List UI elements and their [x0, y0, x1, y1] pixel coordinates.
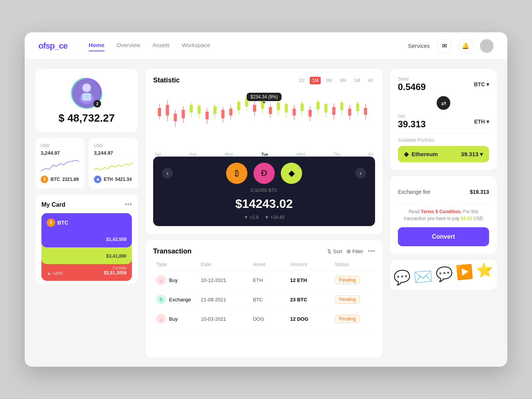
- stat-title: Statistic: [153, 76, 180, 84]
- svg-rect-58: [364, 108, 367, 115]
- filter-1d[interactable]: 1D: [296, 77, 307, 84]
- chart-area: $234.34 (8%): [153, 89, 375, 150]
- svg-rect-36: [277, 103, 280, 110]
- chart-tooltip: $234.34 (8%): [247, 93, 282, 101]
- fee-row: Exchange fee $19.313: [398, 184, 489, 200]
- sort-button[interactable]: ⇅ Sort: [327, 249, 342, 254]
- my-card-header: My Card •••: [41, 201, 132, 209]
- ticker-amount-label: 0.32455 BTC: [251, 188, 278, 193]
- convert-button[interactable]: Convert: [398, 227, 489, 246]
- filter-all[interactable]: All: [366, 77, 375, 84]
- pay-suffix: USD: [473, 216, 483, 221]
- row2-type: ↻ Exchange: [156, 294, 201, 304]
- eth-coin-dot: ◆: [94, 176, 101, 183]
- ticker-prev[interactable]: ‹: [162, 168, 173, 179]
- svg-rect-8: [166, 105, 169, 116]
- svg-rect-18: [206, 112, 209, 119]
- svg-rect-16: [198, 106, 201, 114]
- mini-card-label-eth: USD: [94, 143, 133, 148]
- portfolio-name: ◆ Ethereum: [404, 150, 438, 158]
- get-currency-label: ETH: [474, 119, 485, 125]
- portfolio-button[interactable]: ◆ Ethereum 39.313 ▾: [398, 146, 489, 162]
- card-name-btc: ₿ BTC: [47, 218, 127, 227]
- terms-link[interactable]: Terms $ Condition.: [421, 209, 462, 214]
- my-card-title: My Card: [41, 201, 65, 208]
- svg-rect-12: [182, 110, 185, 118]
- message-icon[interactable]: ✉: [437, 39, 451, 53]
- middle-panel: Statistic 1D 1M 3M 6M 1M All $234.34 (8%…: [146, 69, 383, 358]
- ticker-nav: ‹ ₿ Ð ◆ ›: [161, 163, 367, 184]
- send-label: Send: [398, 76, 426, 82]
- svg-rect-56: [356, 103, 359, 111]
- zcash-amount: $3,51,3059: [104, 270, 127, 276]
- svg-rect-6: [158, 108, 161, 116]
- statistic-card: Statistic 1D 1M 3M 6M 1M All $234.34 (8%…: [146, 69, 383, 234]
- mini-card-value-eth: 3,244.97: [94, 150, 133, 156]
- svg-rect-40: [293, 109, 296, 116]
- swap-button[interactable]: ⇄: [437, 96, 450, 110]
- bell-icon[interactable]: 🔔: [459, 39, 472, 53]
- nav-workspace[interactable]: Workspace: [182, 42, 210, 50]
- btc-value: 2321.89: [62, 177, 79, 182]
- mini-cards: USD 3,244.97 ₿ BTC 2321.89 USD: [35, 138, 138, 188]
- mini-chart-btc: [41, 158, 79, 173]
- label-mon: Mon: [225, 152, 233, 157]
- svg-rect-54: [348, 109, 351, 116]
- table-row[interactable]: ↓ Buy 10-03-2021 DOG 12 DOG Pending: [153, 309, 375, 329]
- fee-card: Exchange fee $19.313 Read Terms $ Condit…: [390, 176, 497, 254]
- coin-btn-eth[interactable]: ◆: [281, 163, 302, 184]
- label-tue: Tue: [261, 152, 268, 157]
- svg-rect-44: [309, 110, 312, 117]
- get-section: Get 39.313: [398, 114, 426, 130]
- filter-button[interactable]: ⊞ Filter: [347, 249, 363, 254]
- row1-status: Pending: [335, 276, 372, 284]
- table-row[interactable]: ↓ Buy 10-12-2021 ETH 12 ETH Pending: [153, 271, 375, 290]
- btc-card-icon: ₿: [47, 218, 55, 227]
- svg-rect-42: [301, 103, 304, 111]
- fee-label: Exchange fee: [398, 189, 431, 195]
- user-avatar[interactable]: [480, 39, 494, 53]
- nav-home[interactable]: Home: [89, 42, 104, 50]
- stack-card-btc[interactable]: ₿ BTC $1,43,509: [41, 213, 132, 247]
- coin-btn-btc[interactable]: ₿: [226, 163, 247, 184]
- filter-1m[interactable]: 1M: [310, 77, 321, 84]
- nav-services[interactable]: Services: [408, 43, 430, 49]
- nav-assets[interactable]: Assets: [152, 42, 169, 50]
- transaction-menu-icon[interactable]: •••: [368, 247, 375, 255]
- svg-rect-26: [237, 102, 240, 110]
- mini-chart-eth: [94, 158, 133, 173]
- navbar: ofsp_ce Home Overview Assets Workspace S…: [25, 32, 507, 60]
- filter-3m[interactable]: 3M: [324, 77, 335, 84]
- table-row[interactable]: ↻ Exchange 21-08-2021 BTC 23 BTC Pending: [153, 290, 375, 309]
- fee-value: $19.313: [470, 189, 489, 195]
- row2-amount: 23 BTC: [290, 297, 335, 302]
- emoji-icons: 💬 ✉️ 💬 ▶️ ⭐: [393, 262, 494, 288]
- send-currency-label: BTC: [474, 81, 485, 87]
- ticker-stat1: ▼ +2.8: [244, 215, 258, 220]
- card-menu-icon[interactable]: •••: [125, 201, 132, 209]
- filter-6m[interactable]: 6M: [337, 77, 348, 84]
- row2-date: 21-08-2021: [201, 297, 253, 302]
- ticker-next[interactable]: ›: [355, 168, 366, 179]
- row2-status-badge: Pending: [335, 295, 360, 304]
- emoji-decoration: 💬 ✉️ 💬 ▶️ ⭐: [390, 260, 497, 290]
- get-currency[interactable]: ETH ▾: [474, 119, 489, 125]
- whatsapp-icon: 💬: [393, 269, 412, 288]
- get-label: Get: [398, 114, 426, 119]
- dark-ticker: ‹ ₿ Ð ◆ › 0.32455 BTC $14243.02 ▼ +2.8 ▼…: [153, 157, 375, 226]
- svg-rect-30: [253, 105, 256, 112]
- get-currency-chevron: ▾: [486, 119, 489, 125]
- email-icon: ✉️: [413, 267, 434, 287]
- col-asset-header: Asset: [253, 261, 290, 267]
- nav-overview[interactable]: Overview: [117, 42, 141, 50]
- label-thu: Thu: [333, 152, 340, 157]
- portfolio-value: 39.313 ▾: [461, 151, 483, 158]
- profile-card: 2 $ 48,732.27: [35, 69, 138, 132]
- get-value: 39.313: [398, 119, 426, 130]
- coin-btn-dash[interactable]: Ð: [253, 163, 275, 184]
- send-currency[interactable]: BTC ▾: [474, 81, 489, 87]
- table-header: Type Date Asset Amount Status: [153, 261, 375, 271]
- filter-1m2[interactable]: 1M: [352, 77, 363, 84]
- mini-card-value-btc: 3,244.97: [41, 150, 79, 156]
- row2-asset: BTC: [253, 297, 290, 302]
